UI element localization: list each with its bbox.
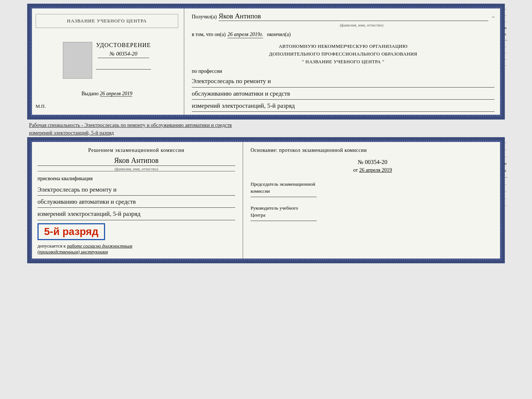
between-text-line1: Рабочая специальность - Электрослесарь п…: [27, 122, 505, 128]
profession-line1-top: Электрослесарь по ремонту и: [192, 76, 495, 87]
udostoverenie-block: УДОСТОВЕРЕНИЕ № 00354-20: [96, 42, 151, 70]
chairman-signature-line: [251, 197, 317, 197]
rukovoditel-label2: Центра: [251, 212, 265, 218]
okonchil-label: окончил(а): [267, 32, 291, 38]
profession-line1-bot: Электрослесарь по ремонту и: [37, 185, 235, 196]
recipient-name-bottom: Яков Антипов: [37, 156, 235, 166]
poluchil-label: Получил(а): [192, 14, 217, 20]
udostoverenie-title: УДОСТОВЕРЕНИЕ: [96, 42, 151, 49]
chairman-label: Председатель экзаменационной: [251, 181, 315, 187]
recipient-name-top: Яков Антипов: [219, 12, 488, 21]
center-name-top: НАЗВАНИЕ УЧЕБНОГО ЦЕНТРА: [36, 14, 178, 28]
org-line2: ДОПОЛНИТЕЛЬНОГО ПРОФЕССИОНАЛЬНОГО ОБРАЗО…: [269, 51, 417, 57]
fio-sub-bottom: (фамилия, имя, отчество): [37, 167, 235, 171]
ot-date-block: от 26 апреля 2019: [251, 167, 495, 173]
rukovoditel-block: Руководитель учебного Центра: [251, 204, 495, 221]
dopuskaetsya-block: допускается к работе согласно должностны…: [37, 243, 235, 255]
ot-date-value: 26 апреля 2019: [359, 167, 392, 173]
osnovanie-block: Основание: протокол экзаменационной коми…: [251, 147, 495, 153]
razryad-badge-text: 5-й разряд: [44, 226, 98, 237]
vtom-label: в том, что он(а): [192, 32, 226, 38]
bottom-doc-left: Решением экзаменационной комиссии Яков А…: [30, 140, 243, 260]
side-marks-top: – – – и а ← – – – –: [504, 7, 508, 67]
vydano-block: Выдано 26 апреля 2019: [82, 91, 133, 97]
fio-label-top: (фамилия, имя, отчество): [229, 23, 495, 27]
top-document: НАЗВАНИЕ УЧЕБНОГО ЦЕНТРА УДОСТОВЕРЕНИЕ №…: [27, 4, 505, 120]
poluchil-line: Получил(а) Яков Антипов –: [192, 12, 495, 21]
profession-line3-bot: измерений электростанций, 5-й разряд: [37, 209, 235, 220]
rukovoditel-label: Руководитель учебного: [251, 205, 298, 211]
top-doc-right: Получил(а) Яков Антипов – (фамилия, имя,…: [184, 7, 502, 117]
photo-placeholder: [63, 42, 92, 79]
mp-line: М.П.: [36, 103, 46, 109]
dopuskaetsya-text: работе согласно должностным: [67, 243, 132, 249]
po-professii-label: по профессии: [192, 68, 495, 74]
chairman-block: Председатель экзаменационной комиссии: [251, 181, 495, 197]
chairman-label2: комиссии: [251, 188, 270, 194]
vtom-line: в том, что он(а) 26 апреля 2019г. окончи…: [192, 32, 495, 38]
dopuskaetsya-text2: (производственным) инструкциям: [37, 249, 108, 254]
org-line3: " НАЗВАНИЕ УЧЕБНОГО ЦЕНТРА ": [302, 59, 385, 64]
side-marks-bottom: – – – и а ← – – – –: [504, 140, 508, 207]
between-text-line2: измерений электростанций, 5-й разряд: [27, 130, 505, 136]
razryad-badge: 5-й разряд: [37, 223, 105, 240]
bottom-document: Решением экзаменационной комиссии Яков А…: [27, 137, 505, 263]
profession-line2-top: обслуживанию автоматики и средств: [192, 89, 495, 100]
prisvoena-line: присвоена квалификация: [37, 176, 235, 182]
vydano-label: Выдано: [82, 91, 99, 96]
org-text: АВТОНОМНУЮ НЕКОММЕРЧЕСКУЮ ОРГАНИЗАЦИЮ ДО…: [192, 43, 495, 65]
resheniem-title: Решением экзаменационной комиссии: [37, 147, 235, 153]
profession-line3-top: измерений электростанций, 5-й разряд: [192, 101, 495, 112]
vydano-date: 26 апреля 2019: [100, 91, 132, 97]
profession-line2-bot: обслуживанию автоматики и средств: [37, 197, 235, 208]
protocol-number: № 00354-20: [251, 159, 495, 165]
dopuskaetsya-label: допускается к: [37, 243, 66, 249]
between-text-container: Рабочая специальность - Электрослесарь п…: [27, 122, 505, 136]
vtom-date: 26 апреля 2019г.: [227, 32, 263, 38]
udostoverenie-number: № 00354-20: [98, 51, 149, 58]
org-line1: АВТОНОМНУЮ НЕКОММЕРЧЕСКУЮ ОРГАНИЗАЦИЮ: [279, 43, 408, 49]
bottom-doc-right: Основание: протокол экзаменационной коми…: [243, 140, 502, 260]
rukovoditel-signature-line: [251, 221, 317, 221]
top-doc-left: НАЗВАНИЕ УЧЕБНОГО ЦЕНТРА УДОСТОВЕРЕНИЕ №…: [30, 7, 184, 117]
ot-label: от: [353, 167, 358, 173]
